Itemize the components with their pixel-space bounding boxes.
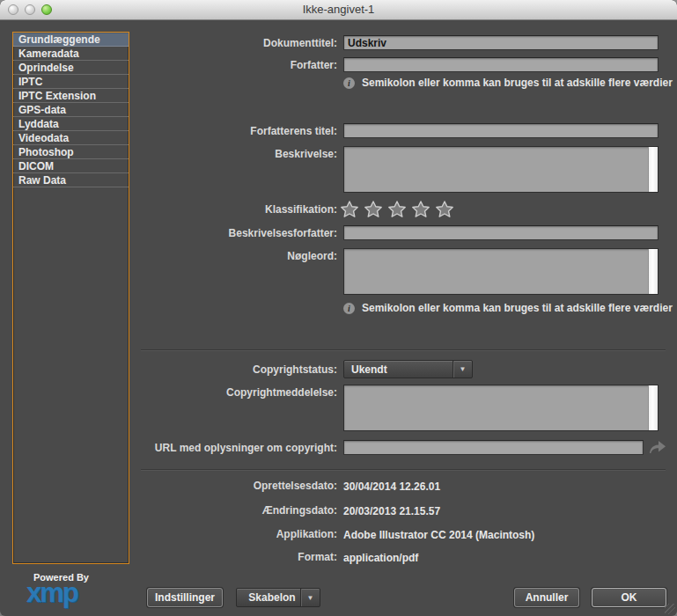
description-textbox <box>343 146 659 193</box>
author-label: Forfatter: <box>139 58 337 73</box>
sidebar-item-iptc[interactable]: IPTC <box>13 75 129 89</box>
resize-grip[interactable] <box>665 604 675 614</box>
keywords-label: Nøgleord: <box>139 249 337 264</box>
scrollbar-track[interactable] <box>648 385 658 430</box>
chevron-down-icon: ▼ <box>453 361 472 378</box>
template-dropdown-button[interactable]: Skabelon ▼ <box>236 588 320 607</box>
format-value: application/pdf <box>343 552 418 564</box>
format-label: Format: <box>139 550 337 565</box>
created-date-label: Oprettelsesdato: <box>139 479 337 494</box>
rating-label: Klassifikation: <box>139 202 337 217</box>
window-title: Ikke-angivet-1 <box>0 0 677 19</box>
sidebar-item-dicom[interactable]: DICOM <box>13 159 129 173</box>
modified-date-value: 20/03/2013 21.15.57 <box>343 505 440 517</box>
author-title-input[interactable] <box>343 123 659 138</box>
document-title-label: Dokumenttitel: <box>139 36 337 51</box>
template-button-label: Skabelon <box>237 591 300 604</box>
keywords-textbox <box>343 248 659 295</box>
sidebar-item-oprindelse[interactable]: Oprindelse <box>13 61 129 75</box>
chevron-down-icon: ▼ <box>300 589 320 606</box>
copyright-url-input[interactable] <box>343 440 644 455</box>
xmp-logo: xmp <box>26 577 77 609</box>
sidebar-item-kameradata[interactable]: Kameradata <box>13 47 129 61</box>
description-label: Beskrivelse: <box>139 147 337 162</box>
scrollbar-track[interactable] <box>648 249 658 294</box>
copyright-notice-textarea[interactable] <box>344 385 648 430</box>
star-icon[interactable] <box>364 201 382 217</box>
multi-value-hint: i Semikolon eller komma kan bruges til a… <box>343 302 673 314</box>
titlebar[interactable]: Ikke-angivet-1 <box>0 0 677 20</box>
author-input[interactable] <box>343 57 659 72</box>
modified-date-label: Ændringsdato: <box>139 503 337 518</box>
file-info-dialog: Ikke-angivet-1 Grundlæggende Kameradata … <box>0 0 677 616</box>
application-label: Applikation: <box>139 527 337 542</box>
section-divider <box>141 469 666 470</box>
hint-text: Semikolon eller komma kan bruges til at … <box>362 77 673 89</box>
star-icon[interactable] <box>341 201 358 217</box>
sidebar-item-videodata[interactable]: Videodata <box>13 131 129 145</box>
sidebar-item-iptc-extension[interactable]: IPTC Extension <box>13 89 129 103</box>
sidebar-item-raw-data[interactable]: Raw Data <box>13 173 129 187</box>
cancel-button[interactable]: Annuller <box>514 588 579 607</box>
copyright-notice-textbox <box>343 385 659 431</box>
info-icon: i <box>343 77 355 89</box>
description-textarea[interactable] <box>344 147 648 192</box>
author-title-label: Forfatterens titel: <box>139 124 337 139</box>
sidebar-item-gps-data[interactable]: GPS-data <box>13 103 129 117</box>
section-divider <box>141 349 666 350</box>
hint-text: Semikolon eller komma kan bruges til at … <box>362 302 673 314</box>
created-date-value: 30/04/2014 12.26.01 <box>343 480 440 493</box>
star-icon[interactable] <box>388 201 406 217</box>
description-writer-label: Beskrivelsesforfatter: <box>139 226 337 241</box>
info-icon: i <box>343 303 355 314</box>
copyright-status-value: Ukendt <box>344 363 453 376</box>
copyright-url-label: URL med oplysninger om copyright: <box>139 441 337 456</box>
keywords-textarea[interactable] <box>344 249 648 294</box>
sidebar-item-photoshop[interactable]: Photoshop <box>13 145 129 159</box>
ok-button[interactable]: OK <box>592 588 666 607</box>
sidebar-item-lyddata[interactable]: Lyddata <box>13 117 129 131</box>
document-title-input[interactable] <box>343 35 659 50</box>
settings-button[interactable]: Indstillinger <box>147 588 223 607</box>
scrollbar-track[interactable] <box>648 147 658 192</box>
go-to-url-arrow-icon[interactable] <box>648 439 667 456</box>
copyright-notice-label: Copyrightmeddelelse: <box>139 385 337 400</box>
description-writer-input[interactable] <box>343 225 659 240</box>
application-value: Adobe Illustrator CC 2014 (Macintosh) <box>343 529 534 541</box>
star-icon[interactable] <box>436 201 453 217</box>
metadata-category-list: Grundlæggende Kameradata Oprindelse IPTC… <box>12 32 129 564</box>
multi-value-hint: i Semikolon eller komma kan bruges til a… <box>343 77 673 89</box>
sidebar-item-grundlaeggende[interactable]: Grundlæggende <box>13 33 129 47</box>
copyright-status-label: Copyrightstatus: <box>139 363 337 378</box>
copyright-status-dropdown[interactable]: Ukendt ▼ <box>343 360 473 378</box>
rating-stars <box>341 201 453 217</box>
star-icon[interactable] <box>412 201 430 217</box>
